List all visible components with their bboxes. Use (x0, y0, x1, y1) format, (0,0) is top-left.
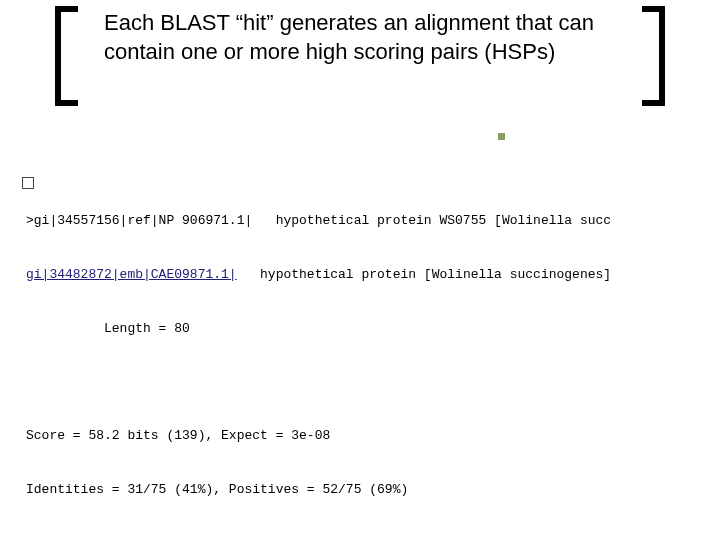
slide-title: Each BLAST “hit” generates an alignment … (104, 8, 624, 66)
bracket-left-icon (48, 6, 88, 106)
bullet-icon (498, 133, 505, 140)
bracket-right-icon (632, 6, 672, 106)
identities-line: Identities = 31/75 (41%), Positives = 52… (26, 481, 720, 499)
slide: Each BLAST “hit” generates an alignment … (0, 0, 720, 540)
blast-alignment: >gi|34557156|ref|NP 906971.1| hypothetic… (26, 176, 720, 540)
score-line: Score = 58.2 bits (139), Expect = 3e-08 (26, 427, 720, 445)
defline-2-link[interactable]: gi|34482872|emb|CAE09871.1| (26, 267, 237, 282)
length-line: Length = 80 (26, 320, 720, 338)
defline-2-desc: hypothetical protein [Wolinella succinog… (237, 267, 611, 282)
defline-1: >gi|34557156|ref|NP 906971.1| hypothetic… (26, 213, 611, 228)
